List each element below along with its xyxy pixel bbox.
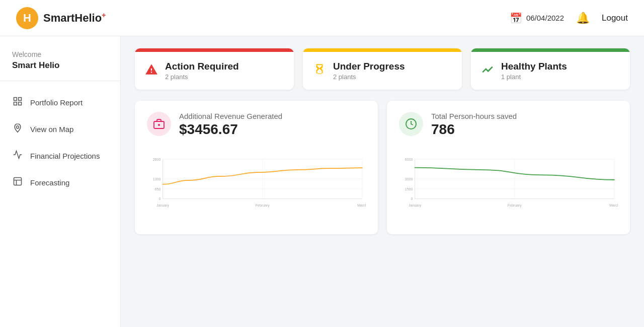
card-title: Healthy Plants xyxy=(501,61,567,72)
sidebar-item-label: Forecasting xyxy=(30,178,69,187)
logo-icon: H xyxy=(16,7,38,29)
chart-svg: JanuaryFebruaryMarch 0150030006000 xyxy=(399,144,618,224)
sidebar-brand: Smart Helio xyxy=(0,60,120,81)
svg-text:3000: 3000 xyxy=(405,177,413,181)
svg-point-4 xyxy=(17,126,19,128)
svg-text:February: February xyxy=(508,204,522,208)
svg-rect-5 xyxy=(14,178,22,185)
logo-area: H SmartHelio+ xyxy=(16,7,106,29)
card-body: Under Progress 2 plants xyxy=(303,52,462,90)
svg-text:January: January xyxy=(156,204,169,208)
svg-text:March: March xyxy=(609,204,618,207)
sidebar-nav: Portfolio Report View on Map Financial P… xyxy=(0,89,120,196)
status-cards-row: Action Required 2 plants Under Progress … xyxy=(135,48,630,90)
svg-text:January: January xyxy=(409,204,421,208)
svg-text:6000: 6000 xyxy=(405,158,413,161)
card-top-bar xyxy=(135,48,294,52)
chart-card-person-hours: Total Person-hours saved 786 JanuaryFebr… xyxy=(387,101,630,234)
chart-header: Additional Revenue Generated $3456.67 xyxy=(147,112,366,138)
card-icon xyxy=(145,63,158,79)
card-title: Action Required xyxy=(165,61,239,72)
chart-area: JanuaryFebruaryMarch 065013002600 xyxy=(147,144,366,226)
svg-rect-1 xyxy=(19,98,22,101)
logo-plus: + xyxy=(102,11,106,19)
svg-text:1300: 1300 xyxy=(153,177,161,181)
chart-meta: Additional Revenue Generated $3456.67 xyxy=(179,112,282,138)
date-display: 📅 06/04/2022 xyxy=(510,12,564,24)
sidebar-item-portfolio-report[interactable]: Portfolio Report xyxy=(0,89,120,116)
view-on-map-icon xyxy=(12,123,23,136)
header: H SmartHelio+ 📅 06/04/2022 🔔 Logout xyxy=(0,0,644,36)
chart-header: Total Person-hours saved 786 xyxy=(399,112,618,138)
card-subtitle: 2 plants xyxy=(333,73,405,81)
card-icon xyxy=(313,63,326,79)
forecasting-icon xyxy=(12,176,23,189)
sidebar-item-label: Portfolio Report xyxy=(30,98,83,107)
chart-area: JanuaryFebruaryMarch 0150030006000 xyxy=(399,144,618,226)
chart-title: Additional Revenue Generated xyxy=(179,112,282,120)
chart-title: Total Person-hours saved xyxy=(431,112,517,120)
status-card-under-progress[interactable]: Under Progress 2 plants xyxy=(303,48,462,90)
sidebar-welcome: Welcome xyxy=(0,50,120,60)
portfolio-report-icon xyxy=(12,96,23,109)
card-body: Healthy Plants 1 plant xyxy=(471,52,630,90)
card-text: Healthy Plants 1 plant xyxy=(501,61,567,81)
layout: Welcome Smart Helio Portfolio Report Vie… xyxy=(0,36,644,327)
status-card-healthy-plants[interactable]: Healthy Plants 1 plant xyxy=(471,48,630,90)
sidebar-item-view-on-map[interactable]: View on Map xyxy=(0,116,120,143)
card-body: Action Required 2 plants xyxy=(135,52,294,90)
sidebar-item-label: View on Map xyxy=(30,125,73,134)
sidebar: Welcome Smart Helio Portfolio Report Vie… xyxy=(0,36,121,327)
svg-text:February: February xyxy=(256,204,270,208)
svg-rect-3 xyxy=(14,102,17,105)
svg-text:0: 0 xyxy=(411,197,413,201)
card-subtitle: 2 plants xyxy=(165,73,239,81)
header-controls: 📅 06/04/2022 🔔 Logout xyxy=(510,12,628,25)
sidebar-item-label: Financial Projections xyxy=(30,152,100,160)
sidebar-item-forecasting[interactable]: Forecasting xyxy=(0,169,120,196)
sidebar-item-financial-projections[interactable]: Financial Projections xyxy=(0,143,120,169)
card-top-bar xyxy=(303,48,462,52)
chart-icon xyxy=(399,112,423,136)
chart-icon xyxy=(147,112,171,136)
chart-value: 786 xyxy=(431,121,517,138)
card-text: Action Required 2 plants xyxy=(165,61,239,81)
svg-text:March: March xyxy=(357,204,366,207)
notification-bell-icon[interactable]: 🔔 xyxy=(576,12,590,25)
card-subtitle: 1 plant xyxy=(501,73,567,81)
logout-button[interactable]: Logout xyxy=(602,13,628,23)
calendar-icon: 📅 xyxy=(510,12,522,24)
svg-rect-0 xyxy=(14,98,17,101)
logo-text: SmartHelio+ xyxy=(43,11,106,25)
svg-rect-2 xyxy=(19,102,22,105)
charts-row: Additional Revenue Generated $3456.67 Ja… xyxy=(135,101,630,234)
financial-projections-icon xyxy=(12,150,23,162)
chart-value: $3456.67 xyxy=(179,121,282,138)
date-text: 06/04/2022 xyxy=(526,14,564,22)
card-text: Under Progress 2 plants xyxy=(333,61,405,81)
svg-text:0: 0 xyxy=(158,197,160,201)
chart-svg: JanuaryFebruaryMarch 065013002600 xyxy=(147,144,366,224)
svg-text:1500: 1500 xyxy=(405,187,413,191)
chart-card-additional-revenue: Additional Revenue Generated $3456.67 Ja… xyxy=(135,101,378,234)
card-title: Under Progress xyxy=(333,61,405,72)
card-top-bar xyxy=(471,48,630,52)
main-content: Action Required 2 plants Under Progress … xyxy=(121,36,644,327)
chart-meta: Total Person-hours saved 786 xyxy=(431,112,517,138)
svg-text:650: 650 xyxy=(155,187,161,191)
card-icon xyxy=(481,63,494,79)
status-card-action-required[interactable]: Action Required 2 plants xyxy=(135,48,294,90)
svg-text:2600: 2600 xyxy=(153,158,161,161)
